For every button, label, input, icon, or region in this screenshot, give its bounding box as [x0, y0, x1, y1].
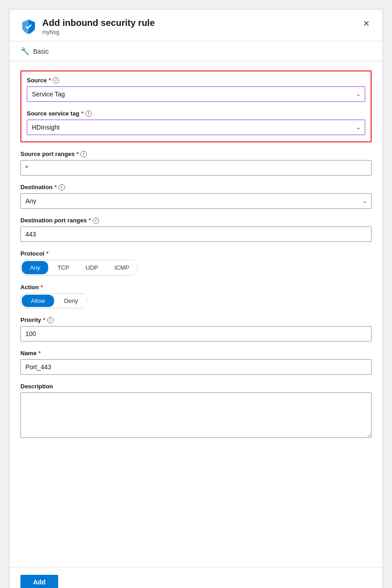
description-textarea[interactable] [20, 392, 372, 438]
priority-info-icon[interactable]: i [47, 317, 54, 323]
source-service-tag-select-wrapper: HDInsight Internet VirtualNetwork ⌄ [27, 120, 365, 135]
name-required: * [38, 350, 40, 357]
header-left: Add inbound security rule myNsg [20, 18, 155, 35]
panel-body: Source * i Any IP Addresses Service Tag … [10, 61, 382, 567]
add-button[interactable]: Add [20, 575, 58, 588]
protocol-tcp-button[interactable]: TCP [49, 261, 77, 274]
source-info-icon[interactable]: i [53, 77, 59, 84]
protocol-required: * [46, 250, 49, 257]
action-field-group: Action * Allow Deny [20, 284, 372, 308]
action-required: * [40, 284, 43, 291]
protocol-label: Protocol * [20, 250, 372, 257]
source-port-ranges-field-group: Source port ranges * i [20, 151, 372, 176]
priority-required: * [43, 317, 45, 323]
destination-port-ranges-label: Destination port ranges * i [20, 217, 372, 224]
name-label: Name * [20, 350, 372, 357]
highlighted-section: Source * i Any IP Addresses Service Tag … [20, 70, 372, 142]
description-field-group: Description [20, 383, 372, 439]
source-select[interactable]: Any IP Addresses Service Tag Application… [27, 86, 365, 102]
source-service-tag-required: * [81, 110, 84, 117]
destination-port-ranges-required: * [89, 217, 91, 224]
source-service-tag-info-icon[interactable]: i [85, 111, 92, 117]
priority-field-group: Priority * i [20, 317, 372, 342]
source-service-tag-field-group: Source service tag * i HDInsight Interne… [27, 110, 365, 135]
destination-port-ranges-field-group: Destination port ranges * i [20, 217, 372, 242]
source-service-tag-label: Source service tag * i [27, 110, 365, 117]
source-port-ranges-info-icon[interactable]: i [80, 151, 87, 157]
close-button[interactable]: ✕ [361, 18, 372, 30]
add-inbound-security-rule-panel: Add inbound security rule myNsg ✕ 🔧 Basi… [9, 9, 383, 588]
source-required: * [49, 77, 51, 84]
destination-select-wrapper: Any IP Addresses Service Tag Application… [20, 193, 372, 209]
destination-field-group: Destination * i Any IP Addresses Service… [20, 184, 372, 209]
protocol-udp-button[interactable]: UDP [77, 261, 106, 274]
source-service-tag-select[interactable]: HDInsight Internet VirtualNetwork [27, 120, 365, 135]
protocol-any-button[interactable]: Any [22, 261, 48, 274]
priority-input[interactable] [20, 326, 372, 342]
panel-header: Add inbound security rule myNsg ✕ [10, 10, 382, 41]
source-port-ranges-label: Source port ranges * i [20, 151, 372, 157]
destination-port-ranges-info-icon[interactable]: i [93, 217, 99, 224]
subheader-label: Basic [33, 48, 49, 55]
panel-subheader: 🔧 Basic [10, 41, 382, 61]
panel-footer: Add [10, 567, 382, 588]
title-group: Add inbound security rule myNsg [42, 18, 155, 35]
action-deny-button[interactable]: Deny [55, 295, 87, 307]
destination-label: Destination * i [20, 184, 372, 191]
action-selector: Allow Deny [20, 293, 87, 308]
shield-icon [20, 19, 37, 35]
destination-port-ranges-input[interactable] [20, 226, 372, 242]
source-port-ranges-input[interactable] [20, 160, 372, 176]
priority-label: Priority * i [20, 317, 372, 323]
destination-info-icon[interactable]: i [59, 184, 65, 191]
description-label: Description [20, 383, 372, 390]
source-label: Source * i [27, 77, 365, 84]
name-input[interactable] [20, 359, 372, 375]
destination-select[interactable]: Any IP Addresses Service Tag Application… [20, 193, 372, 209]
name-field-group: Name * [20, 350, 372, 375]
panel-subtitle: myNsg [42, 29, 155, 35]
action-allow-button[interactable]: Allow [22, 295, 54, 307]
protocol-icmp-button[interactable]: ICMP [106, 261, 138, 274]
source-port-ranges-required: * [76, 151, 79, 157]
source-field-group: Source * i Any IP Addresses Service Tag … [27, 77, 365, 102]
protocol-field-group: Protocol * Any TCP UDP ICMP [20, 250, 372, 276]
panel-title: Add inbound security rule [42, 18, 155, 28]
action-label: Action * [20, 284, 372, 291]
destination-required: * [55, 184, 57, 191]
source-select-wrapper: Any IP Addresses Service Tag Application… [27, 86, 365, 102]
wrench-icon: 🔧 [20, 47, 30, 55]
protocol-selector: Any TCP UDP ICMP [20, 260, 138, 276]
